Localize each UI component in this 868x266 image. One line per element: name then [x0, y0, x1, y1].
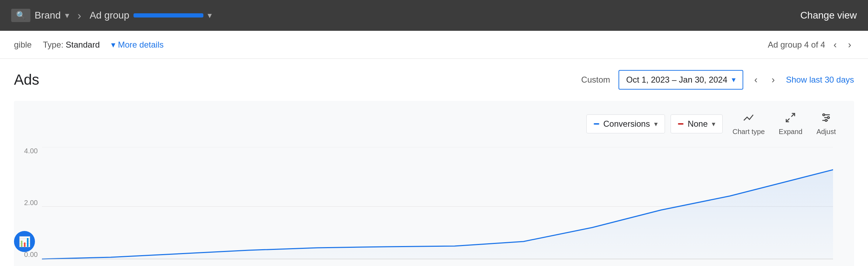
brand-label: Brand	[35, 10, 61, 21]
ads-title: Ads	[14, 71, 39, 88]
chevron-down-icon: ▾	[111, 40, 115, 50]
svg-point-5	[823, 114, 825, 115]
conversions-metric-button[interactable]: Conversions ▾	[586, 114, 665, 133]
subtitle-bar: gible Type: Standard ▾ More details Ad g…	[0, 31, 868, 59]
search-icon: 🔍	[16, 11, 26, 20]
change-view-button[interactable]: Change view	[800, 10, 857, 21]
adgroup-nav-item[interactable]: Ad group ▾	[89, 10, 212, 21]
campaign-nav-item[interactable]: 🔍 Brand ▾	[11, 9, 69, 22]
expand-icon	[785, 112, 796, 126]
breadcrumb-arrow-icon: ›	[78, 9, 81, 22]
more-details-button[interactable]: ▾ More details	[111, 40, 164, 50]
svg-point-7	[825, 119, 827, 121]
custom-label: Custom	[581, 75, 610, 85]
adjust-button[interactable]: Adjust	[812, 109, 840, 139]
main-content: Ads Custom Oct 1, 2023 – Jan 30, 2024 ▾ …	[0, 59, 868, 266]
top-nav-bar: 🔍 Brand ▾ › Ad group ▾ Change view	[0, 0, 868, 31]
date-next-button[interactable]: ›	[769, 71, 777, 88]
svg-line-0	[791, 113, 795, 117]
adgroup-pill[interactable]	[133, 13, 203, 18]
none-metric-button[interactable]: None ▾	[671, 114, 723, 133]
conversions-dot-icon	[594, 123, 599, 125]
svg-line-1	[786, 119, 789, 122]
chart-controls: Conversions ▾ None ▾ Chart type	[14, 109, 854, 147]
adgroup-chevron-down-icon: ▾	[208, 10, 212, 20]
conversions-chevron-icon: ▾	[654, 120, 658, 128]
adgroup-nav-label: Ad group	[89, 10, 129, 21]
adgroup-navigation: Ad group 4 of 4 ‹ ›	[768, 37, 854, 52]
date-chevron-down-icon: ▾	[732, 75, 736, 84]
chart-container: Conversions ▾ None ▾ Chart type	[14, 101, 854, 266]
show-last-30-button[interactable]: Show last 30 days	[786, 75, 854, 85]
svg-marker-11	[42, 170, 833, 259]
adjust-icon	[820, 112, 832, 126]
chart-type-label: Chart type	[732, 128, 765, 136]
adgroup-nav-counter: Ad group 4 of 4	[768, 40, 825, 50]
expand-label: Expand	[779, 128, 803, 136]
chart-type-icon	[743, 112, 754, 126]
adgroup-next-button[interactable]: ›	[845, 37, 854, 52]
campaign-search-box[interactable]: 🔍	[11, 9, 30, 22]
ads-header: Ads Custom Oct 1, 2023 – Jan 30, 2024 ▾ …	[14, 70, 854, 90]
conversions-label: Conversions	[603, 119, 650, 129]
none-label: None	[688, 119, 708, 129]
date-range-label: Oct 1, 2023 – Jan 30, 2024	[626, 75, 728, 85]
chart-type-button[interactable]: Chart type	[728, 109, 769, 139]
eligible-label: gible	[14, 40, 32, 50]
expand-button[interactable]: Expand	[775, 109, 807, 139]
type-label: Type: Standard	[43, 40, 100, 50]
fab-button[interactable]: 📊	[14, 231, 35, 252]
date-prev-button[interactable]: ‹	[752, 71, 760, 88]
breadcrumb: 🔍 Brand ▾ › Ad group ▾	[11, 9, 212, 22]
adgroup-prev-button[interactable]: ‹	[831, 37, 839, 52]
none-chevron-icon: ▾	[712, 120, 715, 128]
date-controls: Custom Oct 1, 2023 – Jan 30, 2024 ▾ ‹ › …	[581, 70, 854, 90]
y-label-2: 2.00	[24, 199, 38, 207]
none-dot-icon	[678, 123, 683, 125]
type-value: Standard	[66, 40, 100, 49]
campaign-chevron-down-icon: ▾	[65, 10, 69, 20]
date-picker-button[interactable]: Oct 1, 2023 – Jan 30, 2024 ▾	[619, 70, 743, 90]
adjust-label: Adjust	[816, 128, 836, 136]
chart-area: 4.00 2.00 0.00	[14, 147, 854, 266]
fab-icon: 📊	[19, 236, 31, 247]
line-chart	[42, 147, 833, 266]
svg-point-6	[827, 117, 829, 118]
more-details-label: More details	[118, 40, 164, 50]
y-label-4: 4.00	[24, 147, 38, 155]
